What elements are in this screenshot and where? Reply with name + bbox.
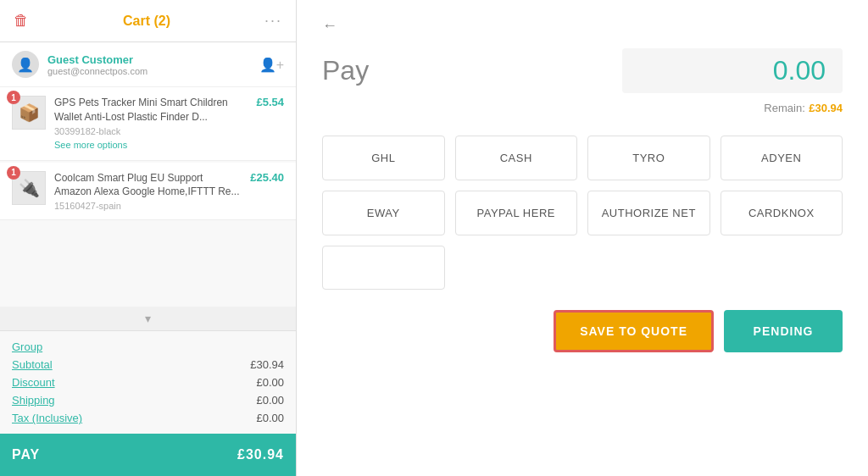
payment-method-authorize-net[interactable]: AUTHORIZE NET [587, 191, 710, 235]
payment-method-adyen[interactable]: ADYEN [721, 136, 843, 180]
summary-shipping-row: Shipping £0.00 [12, 391, 284, 409]
summary-subtotal-row: Subtotal £30.94 [12, 356, 284, 374]
payment-method-eway[interactable]: EWAY [322, 191, 445, 235]
pay-button-label: PAY [12, 447, 40, 462]
payment-method-empty-slot [322, 246, 445, 290]
payment-methods-grid: GHL CASH TYRO ADYEN EWAY PAYPAL HERE AUT… [322, 136, 843, 235]
list-item: 🔌 1 Coolcam Smart Plug EU Support Amazon… [0, 163, 296, 221]
item-sku: 30399182-black [54, 126, 248, 136]
pay-label: Pay [322, 55, 369, 86]
remain-value: £30.94 [809, 102, 843, 114]
cart-title: Cart (2) [123, 14, 170, 29]
discount-label[interactable]: Discount [12, 376, 55, 389]
cart-more-icon[interactable]: ··· [264, 12, 282, 30]
pay-button-total: £30.94 [237, 447, 284, 462]
pay-button[interactable]: PAY £30.94 [0, 434, 296, 476]
customer-info: 👤 Guest Customer guest@connectpos.com [12, 51, 147, 78]
item-sku: 15160427-spain [54, 201, 242, 211]
scroll-indicator: ▾ [0, 307, 296, 330]
back-arrow-icon[interactable]: ← [322, 17, 843, 35]
subtotal-value: £30.94 [250, 358, 284, 371]
summary-tax-row: Tax (Inclusive) £0.00 [12, 409, 284, 427]
item-price: £25.40 [250, 171, 284, 184]
item-name: Coolcam Smart Plug EU Support Amazon Ale… [54, 171, 242, 200]
pay-row: Pay 0.00 [322, 48, 843, 93]
item-details: Coolcam Smart Plug EU Support Amazon Ale… [54, 171, 242, 212]
item-details: GPS Pets Tracker Mini Smart Children Wal… [54, 96, 248, 152]
remain-row: Remain: £30.94 [322, 100, 843, 115]
discount-value: £0.00 [256, 376, 284, 389]
summary-group-row: Group [12, 338, 284, 356]
payment-method-cardknox[interactable]: CARDKNOX [721, 191, 843, 235]
cart-items: 📦 1 GPS Pets Tracker Mini Smart Children… [0, 87, 296, 307]
delete-cart-icon[interactable]: 🗑 [14, 12, 29, 30]
shipping-value: £0.00 [256, 394, 284, 407]
cart-header: 🗑 Cart (2) ··· [0, 0, 296, 42]
payment-panel: ← Pay 0.00 Remain: £30.94 GHL CASH TYRO … [297, 0, 868, 476]
see-more-link[interactable]: See more options [54, 140, 127, 150]
item-image-wrap: 🔌 1 [12, 171, 46, 205]
payment-method-paypal-here[interactable]: PAYPAL HERE [455, 191, 578, 235]
tax-label[interactable]: Tax (Inclusive) [12, 412, 82, 424]
pay-amount-box: 0.00 [622, 48, 843, 93]
item-qty-badge: 1 [7, 166, 20, 180]
subtotal-label[interactable]: Subtotal [12, 358, 53, 371]
payment-method-ghl[interactable]: GHL [322, 136, 445, 180]
summary-discount-row: Discount £0.00 [12, 374, 284, 391]
item-name: GPS Pets Tracker Mini Smart Children Wal… [54, 96, 248, 125]
pending-button[interactable]: PENDING [724, 310, 843, 352]
cart-panel: 🗑 Cart (2) ··· 👤 Guest Customer guest@co… [0, 0, 297, 476]
avatar: 👤 [12, 51, 39, 78]
customer-row: 👤 Guest Customer guest@connectpos.com 👤+ [0, 42, 296, 87]
remain-label: Remain: [764, 102, 804, 114]
payment-method-cash[interactable]: CASH [455, 136, 578, 180]
pay-amount: 0.00 [773, 55, 826, 86]
list-item: 📦 1 GPS Pets Tracker Mini Smart Children… [0, 87, 296, 161]
payment-method-tyro[interactable]: TYRO [587, 136, 710, 180]
item-price: £5.54 [256, 96, 284, 108]
item-image-wrap: 📦 1 [12, 96, 46, 130]
chevron-down-icon: ▾ [145, 312, 151, 325]
tax-value: £0.00 [256, 412, 284, 424]
cart-summary: Group Subtotal £30.94 Discount £0.00 Shi… [0, 330, 296, 434]
action-buttons-row: SAVE TO QUOTE PENDING [322, 310, 843, 352]
shipping-label[interactable]: Shipping [12, 394, 55, 407]
customer-email: guest@connectpos.com [47, 66, 147, 76]
customer-name[interactable]: Guest Customer [47, 53, 147, 66]
save-to-quote-button[interactable]: SAVE TO QUOTE [554, 310, 714, 352]
item-qty-badge: 1 [7, 91, 20, 104]
group-label[interactable]: Group [12, 340, 42, 353]
customer-action-icon[interactable]: 👤+ [259, 57, 284, 73]
